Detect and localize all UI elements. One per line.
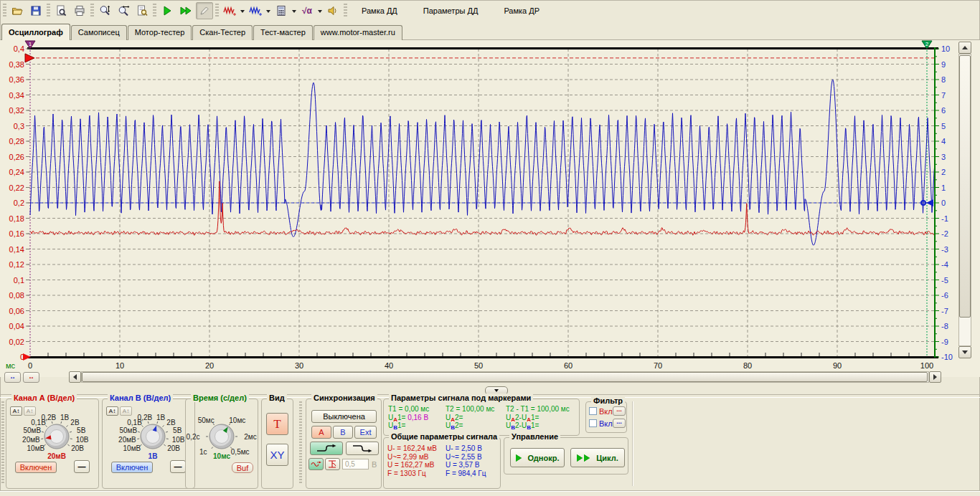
channel-b-range-knob[interactable]: 10мВ20мВ50мВ0,1В0,2В1В2В5В10В20В1В [103, 399, 194, 488]
vscroll-up-button[interactable] [958, 42, 971, 54]
sqrt-alpha-icon: √α [302, 6, 312, 16]
knob-selected-value: 1В [149, 452, 158, 460]
hscroll-left-button[interactable] [69, 371, 81, 383]
tab-oscillograph[interactable]: Осциллограф [1, 24, 70, 40]
sync-mode-level-button[interactable] [325, 458, 340, 470]
knob-scale-label: 1В [156, 414, 165, 421]
knob-scale-label: 0,5мс [231, 447, 250, 455]
run-cyclic-label: Цикл. [596, 454, 618, 462]
sync-source-ext-button[interactable]: Ext [354, 426, 377, 439]
channel-a-range-knob[interactable]: 10мВ20мВ50мВ0,1В0,2В1В2В5В10В20В20мВ [6, 399, 98, 488]
pencil-icon [199, 5, 210, 16]
zoom-amplitude-button[interactable] [96, 2, 113, 19]
menu-ramka-dd[interactable]: Рамка ДД [359, 5, 400, 16]
zoom-time-button[interactable] [115, 2, 132, 19]
filter-b-checkbox[interactable] [589, 419, 597, 427]
marker-a-values-button[interactable]: .. [4, 372, 21, 383]
printer-icon [74, 5, 85, 16]
channel-b-power-button[interactable]: Включен [111, 462, 153, 473]
view-xy-button[interactable]: XY [266, 444, 288, 466]
sync-source-a-button[interactable]: А [311, 426, 331, 439]
tab-recorder[interactable]: Самописец [71, 25, 127, 40]
tab-motor-tester[interactable]: Мотор-тестер [128, 25, 192, 40]
buffer-button[interactable]: Buf [232, 462, 253, 473]
open-file-button[interactable] [9, 2, 26, 19]
tab-test-master[interactable]: Тест-мастер [253, 25, 313, 40]
generator-a-button[interactable] [221, 2, 238, 19]
toolbar-gripper [215, 4, 219, 18]
math-functions-button[interactable]: √α [298, 2, 316, 19]
vscroll-thumb[interactable] [959, 55, 971, 318]
generator-b-dropdown[interactable] [265, 3, 271, 19]
run-cyclic-button[interactable]: Цикл. [570, 448, 625, 467]
marker-params-row: UВ1=UВ2=UВ2-UВ1= [384, 421, 579, 429]
svg-text:0,26: 0,26 [9, 153, 24, 161]
sync-source-b-button[interactable]: В [333, 426, 353, 439]
generator-a-dropdown[interactable] [239, 3, 245, 19]
marker-b-values-button[interactable]: .. [23, 372, 39, 383]
run-single-button[interactable]: Однокр. [510, 448, 565, 467]
zoom-horizontal-icon [118, 5, 130, 16]
calculator-button[interactable] [273, 2, 290, 19]
marker-params-row: T1 = 0,00 мсT2 = 100,00 мсT2 - T1 = 100,… [384, 405, 579, 413]
knob-scale-label: 10мс [229, 416, 245, 424]
tab-website[interactable]: www.motor-master.ru [314, 25, 402, 40]
knob-scale-label: 2В [70, 419, 79, 426]
print-preview-icon [55, 5, 67, 16]
filter-b-settings-button[interactable]: ... [613, 419, 626, 428]
toolbar: √α Рамка ДД Параметры ДД Рамка ДР [0, 0, 980, 22]
channel-b-invert-button[interactable]: — [170, 460, 186, 473]
sync-falling-edge-button[interactable] [346, 442, 379, 455]
vscroll-down-button[interactable] [958, 346, 971, 358]
marker-params-cell: T2 - T1 = 100,00 мс [506, 405, 570, 413]
common-param-line: U = 162,27 мВ [387, 461, 437, 469]
start-single-button[interactable] [159, 2, 176, 19]
signal-inspector-button[interactable] [133, 2, 151, 19]
timebase-knob[interactable]: 1с0,2с50мс10мс2мс0,5мс10мс [186, 399, 258, 488]
print-preview-button[interactable] [52, 2, 70, 19]
math-functions-dropdown[interactable] [316, 3, 323, 19]
view-t-button[interactable]: Т [266, 413, 288, 435]
filter-a-checkbox[interactable] [589, 407, 597, 415]
filter-b-label: Вкл [599, 419, 613, 428]
tab-scan-tester[interactable]: Скан-Тестер [192, 25, 253, 40]
menu-ramka-dr[interactable]: Рамка ДР [501, 5, 542, 16]
sync-rising-edge-button[interactable] [310, 442, 343, 455]
svg-text:0,04: 0,04 [9, 322, 24, 330]
start-cyclic-button[interactable] [177, 2, 194, 19]
sync-off-button[interactable]: Выключена [311, 410, 377, 423]
marker-params-cell: UВ2= [446, 421, 463, 431]
channel-a-power-button[interactable]: Включен [15, 462, 57, 473]
menu-params-dd[interactable]: Параметры ДД [420, 5, 481, 16]
knob-scale-label: 1В [60, 414, 69, 421]
play-icon [516, 454, 525, 462]
falling-edge-icon [352, 444, 373, 453]
sync-threshold-input[interactable] [342, 459, 369, 469]
common-param-line: U- = 2,50 В [446, 444, 486, 453]
common-param-line: U = 3,57 В [446, 461, 486, 469]
view-title: Вид [267, 394, 287, 402]
marker-params-cell: T2 = 100,00 мс [446, 405, 494, 413]
red-wave-icon [223, 5, 236, 16]
print-button[interactable] [71, 2, 88, 19]
svg-text:0: 0 [28, 361, 32, 370]
oscilloscope-plot[interactable]: 0,40,380,360,340,320,30,280,260,240,220,… [0, 40, 980, 377]
svg-text:-4: -4 [941, 260, 948, 269]
channel-a-invert-button[interactable]: — [74, 460, 90, 473]
sync-threshold-unit: В [372, 460, 377, 469]
edit-button[interactable] [196, 2, 213, 19]
filter-a-settings-button[interactable]: ... [613, 406, 626, 416]
svg-text:0,28: 0,28 [9, 137, 24, 146]
svg-text:0,22: 0,22 [9, 183, 24, 192]
marker-params-cell: UВ1= [388, 421, 405, 431]
sync-mode-auto-button[interactable] [308, 458, 324, 470]
sound-button[interactable] [324, 2, 341, 19]
hscroll-thumb[interactable] [82, 372, 928, 382]
toolbar-gripper [344, 4, 347, 18]
level-trigger-icon [327, 460, 338, 468]
save-file-button[interactable] [27, 2, 44, 19]
common-params-panel: Общие параметры сигнала U- = 162,24 мВU~… [383, 437, 501, 489]
generator-b-button[interactable] [247, 2, 264, 19]
calculator-dropdown[interactable] [291, 3, 297, 19]
hscroll-right-button[interactable] [929, 371, 941, 383]
